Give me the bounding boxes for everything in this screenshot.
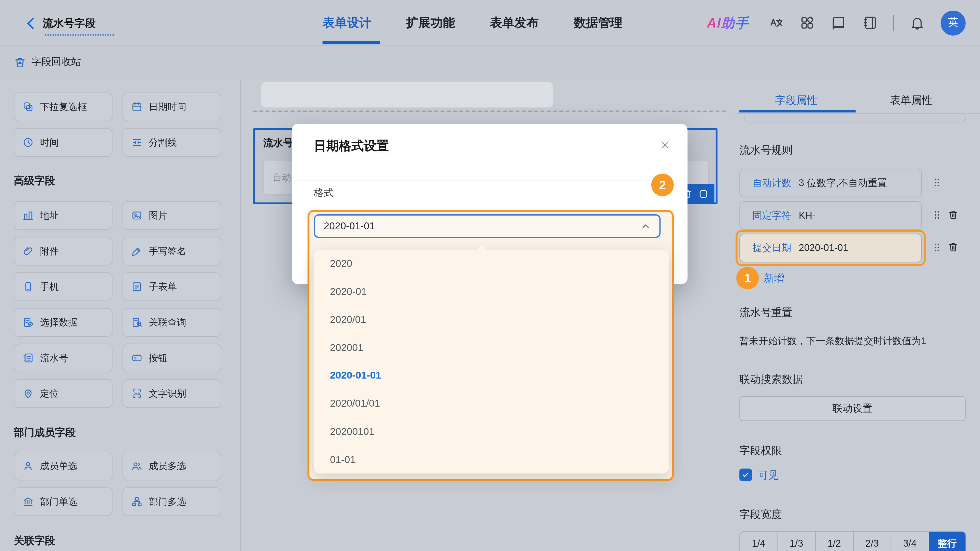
- dropdown-option[interactable]: 2020: [313, 250, 669, 278]
- canvas-field-placeholder[interactable]: [261, 82, 553, 107]
- field-item-button[interactable]: Btn 按钮: [123, 344, 221, 372]
- field-item-select-data[interactable]: 选择数据: [14, 308, 113, 337]
- field-item-signature[interactable]: 手写签名: [123, 237, 221, 265]
- field-item-label: 下拉复选框: [40, 101, 87, 113]
- dropdown-option[interactable]: 2020/01: [313, 306, 669, 334]
- field-item-department-multi[interactable]: 部门多选: [123, 487, 221, 516]
- width-option-full-row[interactable]: 整行: [928, 532, 966, 551]
- drag-handle-icon[interactable]: [931, 242, 942, 254]
- permission-section-label: 字段权限: [739, 444, 782, 458]
- tab-form-properties[interactable]: 表单属性: [890, 93, 932, 107]
- field-recycle-bin[interactable]: 字段回收站: [14, 46, 81, 79]
- member-single-icon: [22, 460, 34, 472]
- dropdown-notch: [476, 245, 487, 251]
- sidebar-section-advanced: 高级字段: [14, 174, 55, 188]
- width-section-label: 字段宽度: [739, 507, 782, 522]
- svg-text:Btn: Btn: [134, 357, 139, 360]
- drag-handle-icon[interactable]: [931, 177, 942, 189]
- field-item-ocr[interactable]: OCR 文字识别: [123, 380, 221, 408]
- trash-icon[interactable]: [948, 209, 959, 222]
- notebook-icon[interactable]: [862, 15, 877, 30]
- field-item-attachment[interactable]: 附件: [14, 237, 113, 265]
- dropdown-option[interactable]: 2020/01/01: [313, 390, 669, 418]
- book-icon[interactable]: [831, 15, 846, 30]
- ai-assistant-logo[interactable]: AI助手: [707, 14, 752, 32]
- select-field-icon[interactable]: [698, 189, 709, 200]
- tab-extensions[interactable]: 扩展功能: [406, 14, 455, 31]
- translate-icon[interactable]: [768, 15, 784, 30]
- field-item-address[interactable]: 地址: [14, 201, 113, 230]
- rule-value: 2020-01-01: [799, 242, 848, 254]
- tab-data-management[interactable]: 数据管理: [574, 14, 622, 31]
- trash-icon[interactable]: [948, 242, 959, 254]
- width-option-1-3[interactable]: 1/3: [777, 532, 815, 551]
- field-item-subform[interactable]: 子表单: [123, 272, 221, 301]
- rule-row-auto-count[interactable]: 自动计数 3 位数字,不自动重置: [739, 168, 922, 197]
- dropdown-option[interactable]: 202001: [313, 333, 669, 362]
- field-item-time[interactable]: 时间: [14, 128, 113, 157]
- rule-row-fixed-chars[interactable]: 固定字符 KH-: [739, 201, 922, 230]
- field-item-phone[interactable]: 手机: [14, 272, 113, 301]
- field-item-label: 关联查询: [149, 316, 186, 328]
- width-option-3-4[interactable]: 3/4: [891, 532, 928, 551]
- image-icon: [131, 210, 142, 221]
- clipped-field-box-fragment: [744, 113, 966, 122]
- field-item-label: 成员多选: [149, 460, 186, 472]
- field-item-image[interactable]: 图片: [123, 201, 221, 230]
- calendar-icon: [131, 101, 142, 113]
- rule-value: 3 位数字,不自动重置: [799, 176, 887, 189]
- dropdown-option[interactable]: 2020-01: [313, 278, 669, 306]
- field-item-label: 文字识别: [149, 388, 186, 400]
- field-item-serial-number[interactable]: 流水号: [14, 344, 113, 372]
- dropdown-option[interactable]: 20200101: [313, 418, 669, 446]
- form-designer-app: 流水号字段 表单设计 扩展功能 表单发布 数据管理 AI助手: [0, 0, 980, 551]
- field-item-member-multi[interactable]: 成员多选: [123, 452, 221, 481]
- close-icon[interactable]: [659, 139, 671, 151]
- width-option-2-3[interactable]: 2/3: [853, 532, 891, 551]
- department-single-icon: [22, 496, 34, 507]
- field-item-member-single[interactable]: 成员单选: [14, 452, 113, 481]
- dropdown-option-selected[interactable]: 2020-01-01: [313, 362, 669, 390]
- field-item-label: 成员单选: [40, 460, 78, 472]
- tab-field-properties[interactable]: 字段属性: [775, 93, 818, 107]
- date-format-dropdown: 2020 2020-01 2020/01 202001 2020-01-01 2…: [313, 250, 669, 474]
- add-rule-button[interactable]: 新增: [764, 272, 784, 286]
- width-option-1-2[interactable]: 1/2: [815, 532, 853, 551]
- field-item-linked-query[interactable]: 关联查询: [123, 308, 221, 337]
- visible-checkbox-label[interactable]: 可见: [758, 468, 779, 483]
- apps-grid-icon[interactable]: [799, 15, 815, 30]
- width-option-1-4[interactable]: 1/4: [740, 532, 777, 551]
- field-card-input-text: 自动: [272, 171, 291, 183]
- phone-icon: [22, 281, 34, 292]
- visible-checkbox[interactable]: [739, 468, 752, 481]
- divider-line-icon: [131, 137, 142, 148]
- back-icon[interactable]: [24, 16, 39, 30]
- field-item-label: 附件: [40, 245, 59, 257]
- rule-type-label: 提交日期: [752, 241, 791, 254]
- field-palette-sidebar: 下拉复选框 日期时间 时间 分割线 高级字段 地址 图片 附件 手: [0, 79, 241, 551]
- date-format-select[interactable]: 2020-01-01: [313, 214, 660, 238]
- location-pin-icon: [22, 388, 34, 399]
- dropdown-option[interactable]: 01-01: [313, 446, 669, 474]
- field-item-label: 地址: [40, 210, 59, 222]
- drag-handle-icon[interactable]: [931, 209, 942, 222]
- field-item-divider[interactable]: 分割线: [123, 128, 221, 157]
- serial-rule-section-label: 流水号规则: [739, 143, 792, 157]
- bell-icon[interactable]: [909, 15, 925, 30]
- field-item-department-single[interactable]: 部门单选: [14, 487, 113, 516]
- form-toolbar: 字段回收站 清空 预览 保存: [0, 46, 980, 79]
- field-item-label: 时间: [40, 137, 59, 148]
- tab-form-publish[interactable]: 表单发布: [490, 14, 539, 31]
- field-item-datetime[interactable]: 日期时间: [123, 92, 221, 121]
- button-icon: Btn: [131, 352, 142, 364]
- field-item-dropdown-multi[interactable]: 下拉复选框: [14, 92, 113, 121]
- tab-form-design[interactable]: 表单设计: [323, 14, 371, 31]
- recycle-bin-label: 字段回收站: [31, 56, 81, 68]
- avatar[interactable]: 英: [941, 10, 966, 35]
- serial-reset-section-label: 流水号重置: [739, 306, 792, 320]
- linkage-settings-button[interactable]: 联动设置: [739, 396, 966, 421]
- nav-tabs: 表单设计 扩展功能 表单发布 数据管理: [323, 0, 623, 45]
- field-item-location[interactable]: 定位: [14, 380, 113, 408]
- field-item-label: 手写签名: [149, 245, 186, 257]
- rule-row-submit-date[interactable]: 提交日期 2020-01-01: [739, 233, 922, 262]
